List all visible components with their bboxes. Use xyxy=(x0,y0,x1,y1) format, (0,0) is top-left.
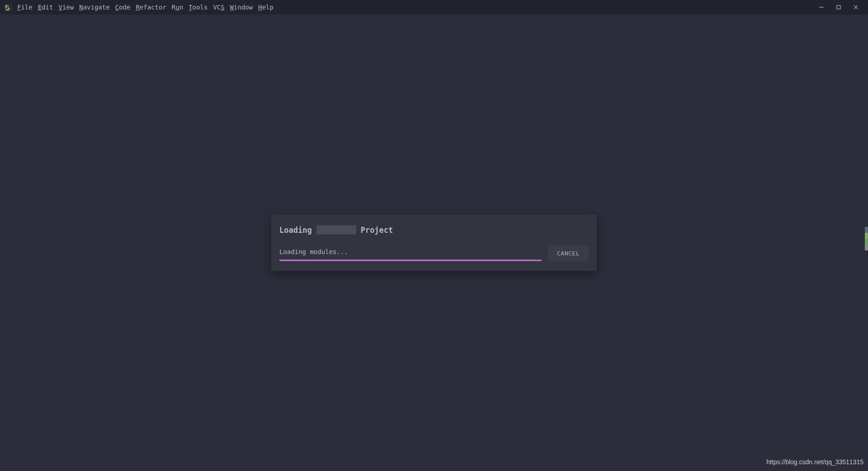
menu-edit[interactable]: Edit xyxy=(38,2,53,13)
svg-rect-1 xyxy=(6,9,9,10)
dialog-title-suffix: Project xyxy=(361,226,393,235)
redacted-project-name xyxy=(316,226,356,235)
window-controls xyxy=(818,4,863,10)
side-seg-4 xyxy=(865,245,868,250)
menu-refactor[interactable]: Refactor xyxy=(136,2,166,13)
menu-view[interactable]: View xyxy=(58,2,74,13)
side-seg-3 xyxy=(865,239,868,245)
minimize-icon[interactable] xyxy=(818,4,825,10)
app-icon xyxy=(5,3,13,11)
cancel-button[interactable]: CANCEL xyxy=(548,245,589,261)
watermark: https://blog.csdn.net/qq_33511315 xyxy=(766,458,863,466)
titlebar: File Edit View Navigate Code Refactor Ru… xyxy=(0,0,868,14)
side-seg-2 xyxy=(865,233,868,239)
menu-window[interactable]: Window xyxy=(230,2,253,13)
menu-navigate[interactable]: Navigate xyxy=(79,2,109,13)
progress-bar xyxy=(279,260,542,261)
progress-text: Loading modules... xyxy=(279,248,542,255)
dialog-title-prefix: Loading xyxy=(279,226,312,235)
menu-run[interactable]: Run xyxy=(172,2,183,13)
progress-block: Loading modules... xyxy=(279,248,542,261)
maximize-icon[interactable] xyxy=(835,4,842,10)
menu-tools[interactable]: Tools xyxy=(189,2,208,13)
main-area: Loading Project Loading modules... CANCE… xyxy=(0,14,868,471)
menu-file[interactable]: File xyxy=(17,2,33,13)
side-indicator xyxy=(865,227,868,250)
dialog-title: Loading Project xyxy=(279,226,589,235)
side-seg-1 xyxy=(865,227,868,233)
svg-rect-3 xyxy=(837,5,840,9)
menubar: File Edit View Navigate Code Refactor Ru… xyxy=(17,2,274,13)
close-icon[interactable] xyxy=(853,4,859,10)
menu-help[interactable]: Help xyxy=(258,2,274,13)
menu-code[interactable]: Code xyxy=(115,2,131,13)
progress-fill xyxy=(279,260,542,261)
loading-dialog: Loading Project Loading modules... CANCE… xyxy=(271,215,597,271)
dialog-body: Loading modules... CANCEL xyxy=(279,245,589,261)
menu-vcs[interactable]: VCS xyxy=(213,2,224,13)
